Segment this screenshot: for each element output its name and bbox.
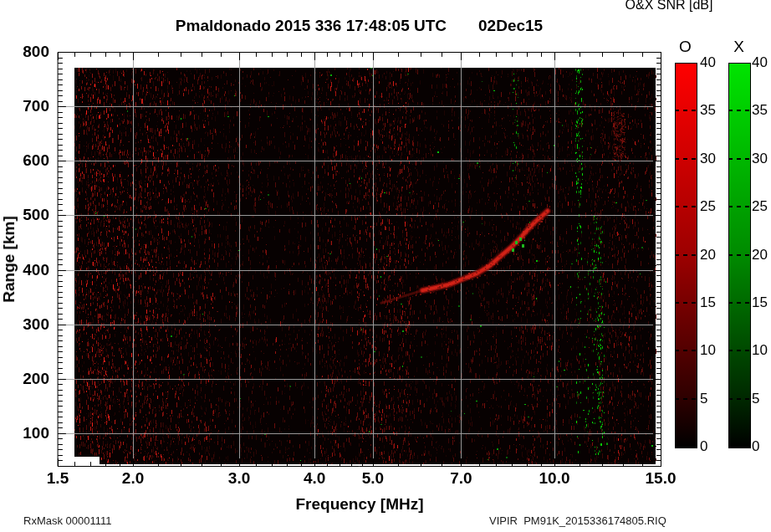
x-colorbar-tick-label: 5 — [752, 391, 759, 407]
o-colorbar-tick-label: 30 — [700, 151, 716, 166]
plot-title: Pmaldonado 2015 336 17:48:05 UTC — [176, 17, 447, 35]
colorbar-tick-dash — [675, 158, 696, 160]
o-colorbar-tick-label: 20 — [700, 248, 716, 263]
x-colorbar-tick-label: 40 — [752, 55, 768, 70]
colorbar-tick-dash — [728, 254, 749, 256]
x-tick-label: 1.5 — [33, 470, 83, 487]
x-mode-colorbar — [728, 63, 751, 448]
colorbar-title: O&X SNR [dB] — [601, 0, 737, 13]
o-colorbar-tick-label: 10 — [700, 343, 716, 358]
y-tick-label: 800 — [0, 43, 49, 60]
o-colorbar-tick-label: 35 — [700, 103, 716, 118]
plot-title-row: Pmaldonado 2015 336 17:48:05 UTC 02Dec15 — [58, 17, 661, 35]
y-tick-label: 600 — [0, 152, 49, 169]
x-colorbar-label: X — [728, 38, 750, 56]
rxmask-status-text: RxMask 00001111 — [23, 514, 112, 527]
ionogram-figure: Pmaldonado 2015 336 17:48:05 UTC 02Dec15… — [0, 0, 771, 532]
y-tick-label: 100 — [0, 425, 49, 442]
colorbar-tick-dash — [728, 302, 749, 304]
x-axis-label: Frequency [MHz] — [242, 495, 477, 514]
colorbar-tick-dash — [728, 350, 749, 351]
x-tick-label: 5.0 — [348, 470, 398, 487]
plot-date: 02Dec15 — [478, 17, 543, 35]
o-mode-colorbar — [675, 63, 697, 448]
x-tick-label: 3.0 — [214, 470, 264, 487]
colorbar-tick-dash — [675, 302, 696, 304]
y-tick-label: 700 — [0, 98, 49, 115]
colorbar-tick-dash — [675, 206, 696, 207]
y-tick-label: 400 — [0, 262, 49, 279]
x-colorbar-tick-label: 0 — [752, 439, 759, 454]
o-colorbar-tick-label: 15 — [700, 295, 716, 310]
x-tick-label: 2.0 — [108, 470, 158, 487]
colorbar-tick-dash — [675, 254, 696, 256]
o-colorbar-tick-label: 25 — [700, 199, 716, 214]
x-tick-label: 10.0 — [529, 470, 580, 487]
o-colorbar-tick-label: 5 — [700, 391, 707, 407]
colorbar-tick-dash — [728, 158, 749, 160]
colorbar-tick-dash — [728, 398, 749, 400]
o-colorbar-label: O — [674, 38, 697, 56]
x-tick-label: 15.0 — [636, 470, 686, 487]
data-file-text: VIPIR PM91K_2015336174805.RIQ — [489, 514, 666, 527]
colorbar-tick-dash — [675, 350, 696, 351]
x-tick-label: 7.0 — [436, 470, 486, 487]
x-colorbar-tick-label: 25 — [752, 199, 768, 214]
x-colorbar-tick-label: 20 — [752, 248, 768, 263]
y-tick-label: 300 — [0, 316, 49, 333]
y-axis-label: Range [km] — [0, 216, 18, 302]
y-tick-label: 200 — [0, 371, 49, 387]
colorbar-tick-dash — [675, 110, 696, 111]
x-tick-label: 4.0 — [289, 470, 340, 487]
y-tick-label: 500 — [0, 207, 49, 223]
o-colorbar-tick-label: 40 — [700, 55, 716, 70]
ionogram-plot-canvas — [0, 0, 771, 532]
colorbar-tick-dash — [728, 110, 749, 111]
colorbar-tick-dash — [728, 206, 749, 207]
colorbar-tick-dash — [675, 398, 696, 400]
x-colorbar-tick-label: 15 — [752, 295, 768, 310]
x-colorbar-tick-label: 30 — [752, 151, 768, 166]
o-colorbar-tick-label: 0 — [700, 439, 707, 454]
x-colorbar-tick-label: 35 — [752, 103, 768, 118]
x-colorbar-tick-label: 10 — [752, 343, 768, 358]
